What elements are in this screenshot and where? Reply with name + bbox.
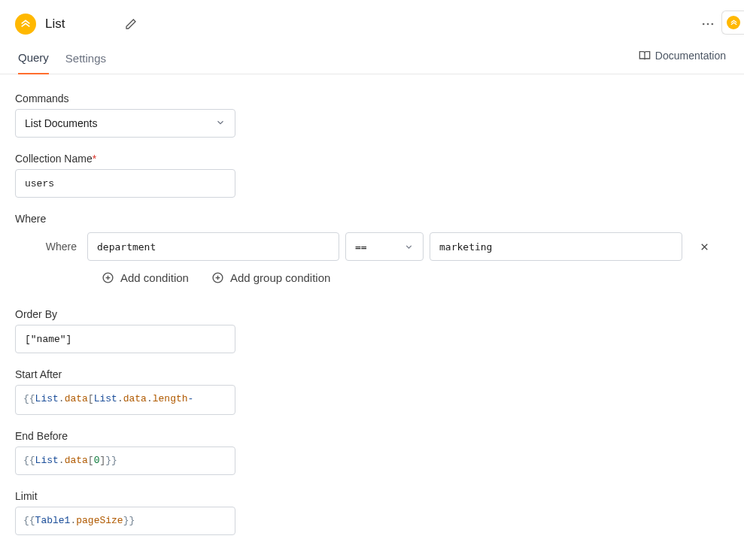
where-condition-row: Where department == marketing — [15, 232, 729, 261]
commands-select[interactable]: List Documents — [15, 109, 235, 138]
tabs-bar: Query Settings Documentation — [0, 44, 744, 74]
book-icon — [639, 50, 651, 62]
where-value-input[interactable]: marketing — [430, 232, 682, 261]
tab-settings[interactable]: Settings — [65, 44, 106, 74]
where-inner-label: Where — [15, 241, 81, 253]
plus-circle-icon — [211, 271, 224, 284]
where-section: Where Where department == marketing A — [15, 213, 729, 284]
add-condition-row: Add condition Add group condition — [15, 271, 729, 284]
page-title: List — [45, 17, 65, 32]
app-logo-icon — [15, 14, 36, 35]
orderby-label: Order By — [15, 308, 729, 320]
add-group-condition-label: Add group condition — [230, 271, 330, 284]
chevron-down-icon — [404, 242, 414, 252]
documentation-link[interactable]: Documentation — [639, 50, 726, 68]
side-drawer-toggle[interactable] — [721, 11, 744, 35]
startafter-input[interactable]: {{ List.data[List.data.length - — [15, 385, 235, 415]
commands-field: Commands List Documents — [15, 92, 729, 138]
endbefore-field: End Before {{ List.data[0] }} — [15, 430, 729, 475]
header-bar: List — [0, 0, 744, 44]
limit-label: Limit — [15, 490, 729, 502]
orderby-field: Order By ["name"] — [15, 308, 729, 353]
edit-title-button[interactable] — [125, 18, 137, 30]
plus-circle-icon — [102, 271, 114, 284]
collection-name-field: Collection Name* users — [15, 153, 729, 198]
tab-query[interactable]: Query — [18, 44, 49, 74]
where-label: Where — [15, 213, 729, 225]
orderby-input[interactable]: ["name"] — [15, 325, 235, 353]
commands-label: Commands — [15, 92, 729, 104]
add-group-condition-button[interactable]: Add group condition — [211, 271, 330, 284]
endbefore-input[interactable]: {{ List.data[0] }} — [15, 446, 235, 475]
limit-input[interactable]: {{Table1.pageSize}} — [15, 507, 235, 535]
remove-condition-button[interactable] — [699, 241, 710, 253]
svg-point-2 — [712, 23, 714, 26]
startafter-label: Start After — [15, 368, 729, 380]
required-star: * — [93, 153, 96, 165]
add-condition-button[interactable]: Add condition — [102, 271, 189, 284]
close-icon — [699, 241, 710, 253]
documentation-label: Documentation — [655, 50, 726, 62]
svg-point-1 — [707, 23, 709, 26]
where-operator-select[interactable]: == — [345, 232, 424, 261]
collection-name-label: Collection Name* — [15, 153, 729, 165]
limit-field: Limit {{Table1.pageSize}} — [15, 490, 729, 535]
form-body: Commands List Documents Collection Name*… — [0, 74, 744, 560]
startafter-field: Start After {{ List.data[List.data.lengt… — [15, 368, 729, 415]
svg-point-0 — [703, 23, 705, 26]
more-menu-button[interactable] — [700, 17, 715, 32]
chevron-down-icon — [215, 117, 226, 130]
where-field-input[interactable]: department — [87, 232, 339, 261]
endbefore-label: End Before — [15, 430, 729, 442]
collection-name-input[interactable]: users — [15, 169, 235, 198]
add-condition-label: Add condition — [120, 271, 189, 284]
commands-value: List Documents — [25, 117, 97, 129]
